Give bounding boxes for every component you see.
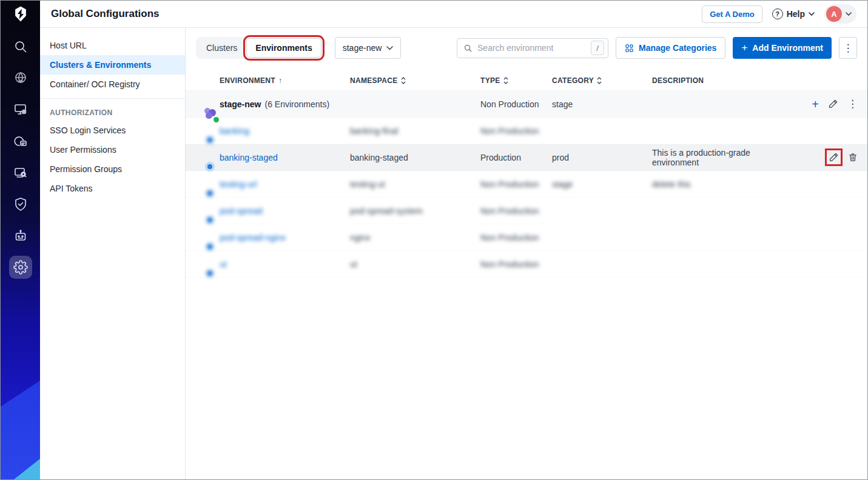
table-row-cluster-group[interactable]: stage-new(6 Environments) Non Production… <box>186 91 867 118</box>
toolbar-kebab-menu-icon[interactable]: ⋮ <box>839 37 857 59</box>
cluster-type: Non Production <box>480 99 552 109</box>
manage-categories-button[interactable]: Manage Categories <box>616 37 725 59</box>
nav-section-authorization: AUTHORIZATION <box>40 105 185 121</box>
categories-grid-icon <box>625 44 634 53</box>
plus-icon: + <box>741 42 747 54</box>
tab-environments[interactable]: Environments <box>246 38 321 58</box>
table-header-row: ENVIRONMENT ↑ NAMESPACE TYPE CATEGOR <box>186 70 867 91</box>
avatar: A <box>826 6 842 22</box>
chevron-down-icon <box>386 46 393 50</box>
environment-description: This is a production-grade environment <box>652 148 797 167</box>
search-shortcut-badge: / <box>591 41 604 55</box>
column-header-environment[interactable]: ENVIRONMENT ↑ <box>220 76 350 85</box>
gear-settings-icon[interactable] <box>13 260 28 275</box>
search-icon <box>463 44 473 53</box>
environment-name-link[interactable]: pod-spread <box>220 206 263 216</box>
nav-item-user-permissions[interactable]: User Permissions <box>40 140 185 159</box>
stack-scan-icon[interactable] <box>13 165 28 180</box>
environment-category: prod <box>552 153 652 162</box>
column-header-category[interactable]: CATEGORY <box>552 76 652 85</box>
column-header-namespace[interactable]: NAMESPACE <box>350 76 480 85</box>
help-label: Help <box>787 9 805 19</box>
sort-both-icon <box>401 77 406 84</box>
environment-namespace: pod-spread-system <box>350 206 480 216</box>
table-row-environment[interactable]: testing-url testing-ut Non Production st… <box>186 171 867 198</box>
sort-both-icon <box>503 77 508 84</box>
cluster-kebab-menu-icon[interactable]: ⋮ <box>847 98 858 110</box>
environments-table: ENVIRONMENT ↑ NAMESPACE TYPE CATEGOR <box>186 70 867 278</box>
environment-description: delete this <box>652 179 797 189</box>
environment-type: Non Production <box>480 259 552 269</box>
nav-item-clusters-environments[interactable]: Clusters & Environments <box>40 55 185 75</box>
shield-check-icon[interactable] <box>13 197 28 212</box>
add-environment-button[interactable]: + Add Environment <box>733 37 832 59</box>
help-question-icon: ? <box>772 8 783 19</box>
robot-icon[interactable] <box>13 228 28 243</box>
nav-divider <box>40 98 185 99</box>
environment-name-link[interactable]: ut <box>220 259 227 269</box>
table-row-environment-banking-staged[interactable]: banking-staged banking-staged Production… <box>186 144 867 171</box>
environment-name-link[interactable]: banking <box>220 126 249 136</box>
manage-categories-label: Manage Categories <box>639 43 716 53</box>
environment-type: Non Production <box>480 233 552 242</box>
nav-item-container-oci-registry[interactable]: Container/ OCI Registry <box>40 75 185 94</box>
environment-name-link[interactable]: pod-spread-nginx <box>220 233 286 242</box>
app-header: Global Configurations Get A Demo ? Help … <box>40 1 867 28</box>
cloud-registry-icon[interactable] <box>13 134 28 148</box>
cluster-status-green-dot <box>214 117 219 122</box>
nav-item-permission-groups[interactable]: Permission Groups <box>40 159 185 179</box>
environment-type: Non Production <box>480 179 552 189</box>
table-row-environment[interactable]: pod-spread-nginx nginx Non Production <box>186 224 867 251</box>
sort-both-icon <box>597 77 602 84</box>
devtron-logo-icon <box>12 5 29 22</box>
add-environment-label: Add Environment <box>752 43 823 53</box>
help-menu[interactable]: ? Help <box>772 8 815 19</box>
environment-name-link[interactable]: testing-url <box>220 179 257 189</box>
active-rail-item-settings <box>9 256 32 279</box>
add-environment-to-cluster-icon[interactable]: + <box>812 98 819 110</box>
column-header-type[interactable]: TYPE <box>480 76 552 85</box>
environment-namespace: ut <box>350 259 480 269</box>
tab-clusters[interactable]: Clusters <box>197 38 246 58</box>
environment-namespace: testing-ut <box>350 179 480 189</box>
page-title: Global Configurations <box>51 8 160 20</box>
environment-type: Non Production <box>480 126 552 136</box>
global-configurations-page: Global Configurations Get A Demo ? Help … <box>0 0 868 480</box>
globe-activity-icon[interactable] <box>13 71 28 85</box>
monitor-gear-icon[interactable] <box>13 102 28 117</box>
table-row-environment[interactable]: banking banking-final Non Production <box>186 118 867 144</box>
environment-name-link[interactable]: banking-staged <box>220 153 278 162</box>
environment-type: Production <box>480 153 552 162</box>
app-icon-rail <box>1 1 40 479</box>
toolbar: Clusters Environments stage-new / <box>196 37 857 59</box>
delete-environment-icon[interactable] <box>848 152 858 162</box>
cluster-scope-dropdown[interactable]: stage-new <box>335 37 402 59</box>
environment-namespace: banking-staged <box>350 153 480 162</box>
user-menu[interactable]: A <box>824 4 856 24</box>
cluster-category: stage <box>552 99 652 109</box>
config-subnav: Host URL Clusters & Environments Contain… <box>40 28 186 479</box>
rail-diagonal-decoration <box>1 364 40 479</box>
search-environment-box: / <box>457 38 608 58</box>
cluster-env-count: (6 Environments) <box>264 99 329 109</box>
cluster-scope-value: stage-new <box>343 43 382 53</box>
sort-ascending-icon: ↑ <box>278 76 282 85</box>
nav-item-host-url[interactable]: Host URL <box>40 36 185 55</box>
cluster-name: stage-new <box>220 99 261 109</box>
edit-cluster-icon[interactable] <box>828 99 838 109</box>
nav-item-sso-login-services[interactable]: SSO Login Services <box>40 121 185 140</box>
get-a-demo-button[interactable]: Get A Demo <box>702 5 762 23</box>
table-row-environment[interactable]: pod-spread pod-spread-system Non Product… <box>186 198 867 224</box>
environments-content: Clusters Environments stage-new / <box>186 28 867 479</box>
chevron-down-icon <box>809 12 815 16</box>
environment-type: Non Production <box>480 206 552 216</box>
search-icon[interactable] <box>13 39 28 54</box>
chevron-down-icon <box>846 12 852 16</box>
clusters-environments-segmented-control: Clusters Environments <box>196 37 323 59</box>
environment-namespace: nginx <box>350 233 480 242</box>
table-row-environment[interactable]: ut ut Non Production <box>186 251 867 278</box>
edit-environment-icon[interactable] <box>829 152 839 162</box>
nav-item-api-tokens[interactable]: API Tokens <box>40 179 185 198</box>
search-environment-input[interactable] <box>477 43 586 53</box>
column-header-description: DESCRIPTION <box>652 76 797 85</box>
